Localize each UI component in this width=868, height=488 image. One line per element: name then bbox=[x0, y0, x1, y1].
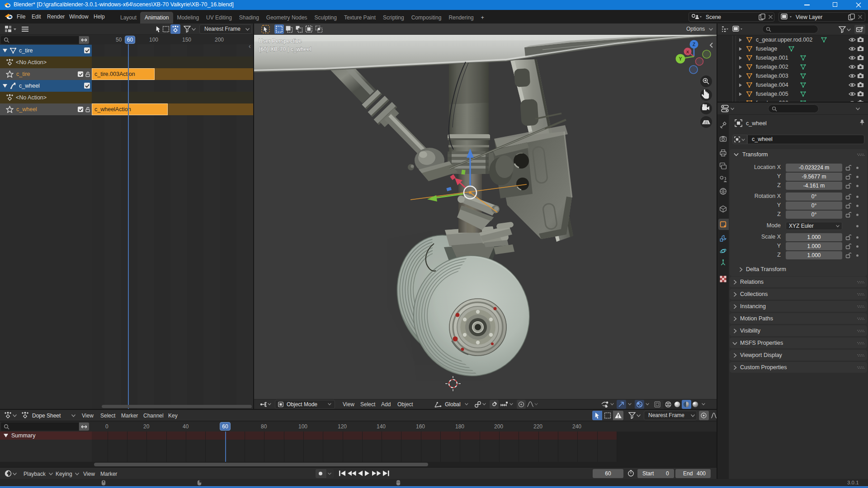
svg-text:Y: Y bbox=[679, 56, 682, 61]
svg-text:(60) XB-70 | c_wheel: (60) XB-70 | c_wheel bbox=[259, 46, 311, 52]
svg-text:X: X bbox=[686, 49, 689, 54]
svg-text:User Perspective: User Perspective bbox=[259, 38, 302, 44]
svg-text:Z: Z bbox=[693, 42, 695, 47]
